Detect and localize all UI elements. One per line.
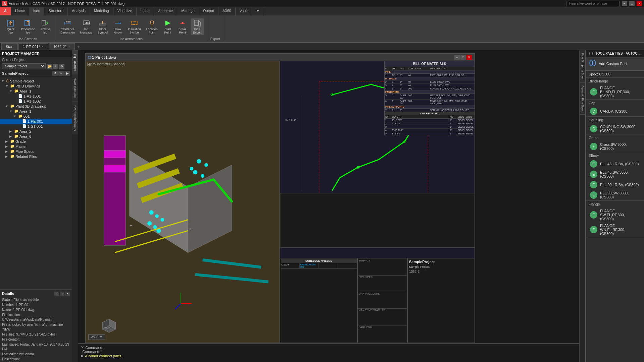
- tree-item-area6[interactable]: ▶ 📁 Area_6: [0, 134, 72, 139]
- iso-view[interactable]: [-][SW Isometric][Shaded]: [86, 61, 280, 343]
- open-project-button[interactable]: 📂: [47, 64, 52, 69]
- tree-item-area2[interactable]: ▶ 📁 Area_2: [0, 129, 72, 134]
- tree-item-grade[interactable]: ▶ 📁 Grade: [0, 139, 72, 144]
- tab-vault[interactable]: Vault: [236, 7, 252, 15]
- tree-item-1a1-1001[interactable]: 📄 1-A1-1001: [0, 94, 72, 99]
- related-files-folder-icon: 📁: [10, 154, 15, 159]
- tree-item-master[interactable]: ▶ 📁 Master: [0, 144, 72, 149]
- palette-item-ell-90-sw[interactable]: E ELL 90,SW,3000, (CS300): [586, 190, 644, 200]
- details-close-button[interactable]: ✕: [65, 292, 70, 296]
- location-point-button[interactable]: LocationPoint: [144, 18, 160, 35]
- detail-name: Name: 1-PE-001.dwg: [2, 308, 70, 312]
- palette-item-ell-90-lr-bv[interactable]: E ELL 90 LR,BV, (CS300): [586, 180, 644, 190]
- restore-button[interactable]: □: [629, 1, 635, 6]
- minimize-button[interactable]: −: [622, 1, 627, 6]
- project-manager-header: PROJECT MANAGER: [0, 50, 72, 57]
- tab-insert[interactable]: Insert: [137, 7, 154, 15]
- tree-item-area1-pid[interactable]: ▼ 📁 Area_1: [0, 88, 72, 94]
- new-tab-button[interactable]: +: [76, 43, 82, 50]
- tree-label-plant3d: Plant 3D Drawings: [15, 104, 46, 108]
- palette-item-ell-45-lr-bv[interactable]: E ELL 45 LR,BV, (CS300): [586, 159, 644, 169]
- tab-a[interactable]: A: [0, 7, 11, 15]
- start-point-button[interactable]: StartPoint: [161, 18, 175, 35]
- isometric-dwg-tab[interactable]: Isometric DWG: [72, 74, 78, 102]
- tab-isos[interactable]: Isos: [29, 7, 44, 15]
- quick-iso-button[interactable]: QuickIso: [4, 18, 17, 35]
- tab-1pe001-close[interactable]: ✕: [41, 45, 44, 48]
- tab-1pe001[interactable]: 1-PE-001* ✕: [18, 43, 48, 50]
- collapse-button[interactable]: ▼: [58, 71, 64, 76]
- project-dropdown: SampleProject 📂 + ⚙: [0, 62, 72, 70]
- project-tree-header: SampleProject ↺ ▼ ▶: [0, 70, 72, 77]
- svg-marker-18: [165, 21, 170, 25]
- palette-item-flange-sw[interactable]: F FLANGE SW,FL,RF,300,(CS300): [586, 207, 644, 222]
- insulation-symbol-button[interactable]: InsulationSymbol: [126, 18, 143, 35]
- tree-item-plant3d-drawings[interactable]: ▼ 📁 Plant 3D Drawings: [0, 104, 72, 109]
- tree-item-pipe-specs[interactable]: ▶ 📁 Pipe Specs: [0, 149, 72, 154]
- tab-modeling[interactable]: Modeling: [90, 7, 113, 15]
- tab-output[interactable]: Output: [199, 7, 218, 15]
- iso-message-button[interactable]: MSG IsoMessage: [78, 18, 95, 35]
- close-button[interactable]: ✕: [637, 1, 642, 6]
- project-select[interactable]: SampleProject: [2, 63, 46, 69]
- palette-item-flange-wn[interactable]: F FLANGE WN,FL,RF,300,(CS300): [586, 222, 644, 237]
- tree-item-001[interactable]: ▼ 📁 001: [0, 114, 72, 119]
- floor-symbol-button[interactable]: FloorSymbol: [96, 18, 110, 35]
- palette-item-coupling[interactable]: C COUPLING,SW,3000,(CS300): [586, 123, 644, 134]
- pipe-supports-spec-tab[interactable]: Pipe Supports Spec: [580, 50, 585, 83]
- drawing-area[interactable]: □ 1-PE-001.dwg − □ ✕ [-][SW Isometric][S…: [78, 50, 579, 362]
- add-custom-part-button[interactable]: Add Custom Part: [586, 57, 644, 71]
- ribbon-tabs: A Home Isos Structure Analysis Modeling …: [0, 7, 644, 15]
- tab-1062-close[interactable]: ✕: [68, 45, 70, 48]
- expand-button[interactable]: ▶: [64, 71, 70, 76]
- refresh-button[interactable]: ↺: [52, 71, 58, 76]
- palette-item-cross[interactable]: + Cross,SW,3000, (CS300): [586, 141, 644, 152]
- tab-start[interactable]: Start: [1, 43, 18, 50]
- tab-manage[interactable]: Manage: [177, 7, 199, 15]
- expand-icon-plant3d: ▼: [5, 105, 9, 108]
- tab-annotate[interactable]: Annotate: [154, 7, 177, 15]
- iso-view-label: [-][SW Isometric][Shaded]: [87, 62, 125, 66]
- palette-item-flange-blind[interactable]: F FLANGE BLIND,FL,RF,300,(CS300): [586, 84, 644, 99]
- tree-label-master: Master: [15, 144, 27, 148]
- tree-item-pid-drawings[interactable]: ▼ 📁 P&ID Drawings: [0, 83, 72, 88]
- new-project-button[interactable]: +: [53, 64, 58, 69]
- tree-item-1a1-1002[interactable]: 📄 1-A1-1002: [0, 99, 72, 104]
- tree-item-related-files[interactable]: ▶ 📁 Related Files: [0, 154, 72, 159]
- drawing-close-button[interactable]: ✕: [466, 55, 472, 60]
- pcf-export-button[interactable]: PCFExport: [191, 18, 204, 35]
- flow-arrow-button[interactable]: FlowArrow: [111, 18, 125, 35]
- tab-a360[interactable]: A360: [218, 7, 236, 15]
- tool-palettes-panel: ⋮⋮ TOOL PALETTES - AUTOC... Add Custom P…: [585, 50, 644, 362]
- tree-item-1pe001[interactable]: 📄 1-PE-001: [0, 119, 72, 124]
- view-cube[interactable]: FRONT: [99, 316, 119, 336]
- project-settings-button[interactable]: ⚙: [59, 64, 64, 69]
- tab-structure[interactable]: Structure: [44, 7, 68, 15]
- production-iso-button[interactable]: ProductionIso: [19, 18, 37, 35]
- tab-more[interactable]: ▼: [252, 7, 264, 15]
- tree-item-1st001[interactable]: 📄 1-ST-001: [0, 124, 72, 129]
- details-icon-1[interactable]: ↑: [54, 292, 59, 296]
- details-icon-2[interactable]: ↓: [60, 292, 64, 296]
- drawing-minimize-button[interactable]: −: [454, 55, 460, 60]
- tab-home[interactable]: Home: [11, 7, 29, 15]
- source-files-tab[interactable]: Source Files: [72, 50, 78, 74]
- reference-dimension-icon: REF: [63, 19, 71, 27]
- tree-item-sampleproject[interactable]: ▼ ⬡ SampleProject: [0, 78, 72, 83]
- pcf-to-iso-button[interactable]: PCF toIso: [39, 18, 52, 35]
- palette-item-ell-45-sw[interactable]: E ELL 45,SW,3000, (CS300): [586, 169, 644, 180]
- break-point-button[interactable]: BreakPoint: [176, 18, 189, 35]
- expand-icon-pipe-specs: ▶: [5, 150, 9, 153]
- tree-item-area1-plant3d[interactable]: ▼ 📁 Area_1: [0, 109, 72, 114]
- iso-message-icon: MSG: [82, 19, 90, 27]
- search-input[interactable]: [566, 1, 620, 6]
- dynamic-pipe-spec-tab[interactable]: Dynamic Pipe Spec: [580, 83, 585, 115]
- tab-visualize[interactable]: Visualize: [113, 7, 137, 15]
- tab-1062[interactable]: 1062-2* ✕: [49, 43, 75, 50]
- drawing-restore-button[interactable]: □: [460, 55, 466, 60]
- palette-item-cap[interactable]: C CAP,BV, (CS300): [586, 106, 644, 116]
- orthographic-dwg-tab[interactable]: Orthographic DWG: [72, 102, 78, 134]
- reference-dimension-button[interactable]: REF ReferenceDimension: [58, 18, 77, 35]
- tab-analysis[interactable]: Analysis: [68, 7, 90, 15]
- ell-45-lr-bv-label: ELL 45 LR,BV, (CS300): [600, 162, 639, 166]
